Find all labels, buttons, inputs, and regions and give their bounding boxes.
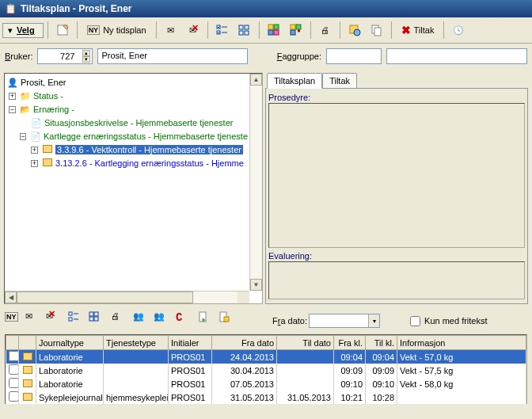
cell-tjenestetype (104, 350, 169, 364)
tree-node-kartlegging[interactable]: +3.13.2.6 - Kartlegging ernæringsstatus … (6, 157, 248, 170)
grid-header-tilkl[interactable]: Til kl. (366, 336, 397, 350)
svg-rect-26 (89, 317, 93, 321)
ny-tidsplan-button[interactable]: NY Ny tidsplan (82, 20, 152, 40)
blocks-icon[interactable] (264, 20, 284, 40)
tree-label: Situasjonsbeskrivelse - Hjemmebaserte tj… (44, 118, 233, 128)
tab-panel: Prosedyre: Evaluering: (265, 88, 528, 304)
tree-node-ernaering[interactable]: −📂Ernæring - (6, 103, 248, 116)
grid-header-informasjon[interactable]: Informasjon (397, 336, 526, 350)
tree-node-vektkontroll[interactable]: +3.3.9.6 - Vektkontroll - Hjemmebaserte … (6, 143, 248, 156)
table-row[interactable]: LaboratoriePROS0130.04.201309:0909:09Vek… (6, 364, 526, 377)
cell-tjenestetype: hjemmesykepleie (104, 390, 169, 404)
chevron-down-icon[interactable]: ▾ (368, 314, 379, 327)
scroll-right-icon[interactable]: ▶ (238, 303, 249, 304)
page-icon (41, 145, 54, 154)
prosedyre-label: Prosedyre: (268, 93, 525, 102)
bruker-id-value: 727 (40, 51, 82, 61)
mail-icon[interactable]: ✉ (25, 311, 44, 330)
doc-icon: 📄 (29, 131, 42, 142)
table-row[interactable]: SykepleiejournalhjemmesykepleiePROS0131.… (6, 390, 526, 404)
row-checkbox[interactable] (6, 364, 19, 377)
scrollbar-vertical[interactable]: ▲ ▼ (249, 74, 262, 291)
tab-tiltaksplan[interactable]: Tiltaksplan (267, 73, 322, 89)
faggruppe-name-input[interactable] (386, 48, 527, 64)
c-button[interactable]: C (176, 311, 195, 330)
fra-dato-input[interactable]: ▾ (309, 314, 380, 328)
expand-icon[interactable]: + (9, 93, 16, 100)
delete-mail-icon[interactable]: ✉✕ (46, 311, 65, 330)
scroll-up-icon[interactable]: ▲ (250, 74, 262, 86)
grid-header-row: Journaltype Tjenestetype Initialer Fra d… (6, 336, 526, 350)
print-icon[interactable]: 🖨 (315, 20, 336, 40)
spinner-icon[interactable]: ▴▾ (82, 50, 90, 63)
expand-icon[interactable]: + (31, 147, 38, 154)
faggruppe-code-input[interactable] (326, 48, 382, 64)
grid-wrapper: Journaltype Tjenestetype Initialer Fra d… (0, 333, 532, 404)
tiltak-button[interactable]: ✖ Tiltak (396, 20, 440, 40)
bruker-id-input[interactable]: 727 ▴▾ (37, 48, 93, 64)
collapse-icon[interactable]: − (9, 106, 16, 113)
clock-icon[interactable]: 🕓 (448, 20, 469, 40)
mail-icon[interactable]: ✉ (161, 20, 181, 40)
grid-header-frakl[interactable]: Fra kl. (334, 336, 366, 350)
grid-header-tildato[interactable]: Til dato (277, 336, 334, 350)
svg-rect-21 (69, 318, 72, 321)
table-row[interactable]: LaboratoriePROS0124.04.201309:0409:04Vek… (6, 350, 526, 364)
svg-rect-20 (69, 312, 72, 315)
people-orange-icon[interactable]: 👥 (154, 311, 173, 330)
people-blue-icon[interactable]: 👥 (133, 311, 152, 330)
grid-header-check[interactable] (6, 336, 19, 350)
tree-node-situasjon[interactable]: 📄Situasjonsbeskrivelse - Hjemmebaserte t… (6, 116, 248, 129)
tool-new-icon[interactable] (52, 20, 73, 40)
prosedyre-textarea[interactable] (268, 103, 525, 248)
kun-med-fritekst-checkbox[interactable] (410, 316, 420, 326)
scroll-left-icon[interactable]: ◀ (5, 291, 17, 303)
svg-rect-24 (89, 312, 93, 316)
svg-rect-6 (245, 25, 249, 29)
nv-icon[interactable]: NY (5, 311, 24, 330)
svg-rect-30 (224, 317, 229, 322)
grid-header-initialer[interactable]: Initialer (169, 336, 212, 350)
scroll-down-icon[interactable]: ▼ (250, 279, 262, 291)
grid-header-journaltype[interactable]: Journaltype (36, 336, 104, 350)
row-checkbox[interactable] (6, 350, 19, 364)
tree-label: Status - (33, 91, 63, 101)
checklist-icon[interactable] (68, 311, 87, 330)
grid-header-tjenestetype[interactable]: Tjenestetype (104, 336, 169, 350)
expand-icon[interactable]: + (31, 160, 38, 167)
table-row[interactable]: LaboratoriePROS0107.05.201309:1009:10Vek… (6, 377, 526, 390)
collapse-icon[interactable]: − (20, 133, 27, 140)
close-icon: ✖ (401, 24, 411, 36)
row-checkbox[interactable] (6, 390, 19, 404)
title-bar: 📋 Tiltaksplan - Prosit, Ener (0, 0, 532, 17)
tab-tiltak[interactable]: Tiltak (322, 73, 357, 89)
page-icon (41, 158, 54, 168)
grid-icon[interactable] (89, 311, 108, 330)
delete-mail-icon[interactable]: ✉✕ (183, 20, 203, 40)
bruker-name-input[interactable]: Prosit, Ener (97, 48, 248, 64)
grid-icon[interactable] (234, 20, 255, 40)
print-icon[interactable]: 🖨 (111, 311, 130, 330)
evaluering-textarea[interactable] (268, 261, 525, 299)
tree-root[interactable]: 👤Prosit, Ener (6, 76, 248, 89)
doc-plus-icon[interactable] (218, 311, 238, 330)
svg-rect-14 (296, 25, 301, 29)
row-icon (19, 364, 36, 377)
svg-rect-8 (245, 31, 249, 35)
tree-node-status[interactable]: +📁Status - (6, 90, 248, 102)
row-checkbox[interactable] (6, 377, 19, 390)
cell-tildato: 31.05.2013 (277, 390, 334, 404)
cell-tilkl: 09:04 (366, 350, 397, 364)
checklist-icon[interactable] (212, 20, 233, 40)
fra-dato-label: Fra dato: (272, 316, 307, 326)
scrollbar-horizontal[interactable]: ◀ ▶ (5, 291, 249, 303)
tab-strip: Tiltaksplan Tiltak (265, 73, 528, 89)
copy-icon[interactable] (367, 20, 387, 40)
shape-icon[interactable] (344, 20, 365, 40)
doc-arrow-icon[interactable] (198, 311, 217, 330)
grid-header-fradato[interactable]: Fra dato (212, 336, 277, 350)
velg-dropdown[interactable]: ▾ Velg (2, 23, 44, 38)
grid-header-icon[interactable] (19, 336, 36, 350)
blocks-add-icon[interactable] (286, 20, 306, 40)
tree-node-kartlegge[interactable]: −📄Kartlegge ernæringsstatus - Hjemmebase… (6, 130, 248, 143)
